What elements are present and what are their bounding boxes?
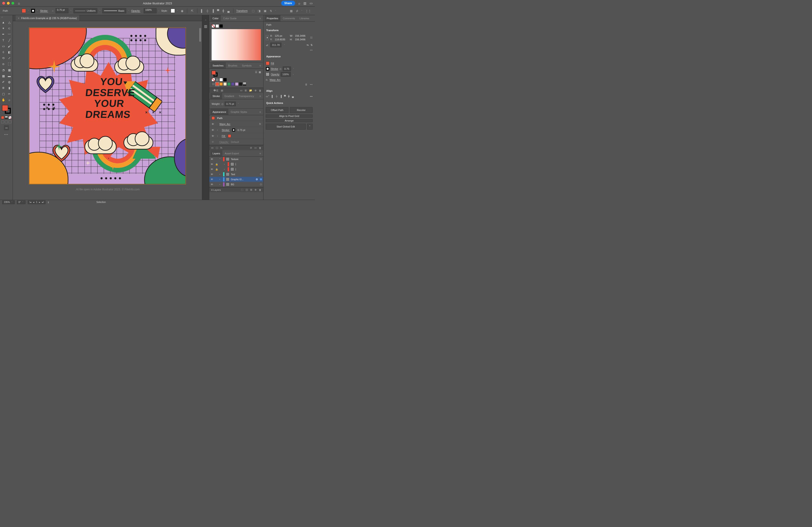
stepper-icon[interactable]: ◇ — [279, 67, 281, 71]
shaper-tool-icon[interactable]: ◊ — [1, 49, 6, 55]
mesh-tool-icon[interactable]: ▩ — [1, 73, 6, 78]
tab-properties[interactable]: Properties — [264, 15, 280, 21]
visibility-icon[interactable]: 👁 — [211, 158, 214, 161]
brush-definition[interactable]: Basic — [102, 8, 126, 13]
opacity-input[interactable]: 100% — [281, 72, 291, 77]
flip-horizontal-icon[interactable]: ⇋ — [307, 44, 309, 47]
align-vcenter-icon[interactable]: ╋ — [221, 9, 225, 13]
tab-comments[interactable]: Comments — [280, 15, 297, 21]
stroke-weight-input[interactable]: 0.75 — [283, 66, 291, 71]
global-edit-options-icon[interactable]: ˅ — [307, 124, 313, 130]
type-tool-icon[interactable]: T — [1, 37, 6, 43]
caret-icon[interactable]: ˅ — [70, 10, 72, 12]
chevron-right-icon[interactable]: › — [217, 129, 219, 131]
document-tab[interactable]: × FileInfo.com Example.ai @ 235 % (RGB/P… — [16, 15, 79, 21]
delete-layer-icon[interactable]: 🗑 — [259, 189, 261, 191]
chevron-icon[interactable]: › — [224, 163, 226, 165]
transform-label[interactable]: Transform — [236, 10, 248, 12]
tab-appearance[interactable]: Appearance — [210, 109, 228, 115]
close-tab-icon[interactable]: × — [18, 17, 19, 19]
draw-inside-icon[interactable] — [9, 120, 12, 123]
snap-options-icon[interactable]: ⊅ — [295, 9, 299, 13]
swatch-options-icon[interactable]: ▤ — [221, 89, 223, 92]
scale-tool-icon[interactable]: ⤢ — [7, 56, 12, 61]
rotate-input[interactable]: 311.78 — [270, 43, 281, 47]
isolate-icon[interactable]: ◨ — [257, 9, 261, 13]
layer-row[interactable]: 👁˅Texture — [209, 156, 263, 162]
y-input[interactable]: 118.8035 — [275, 38, 289, 41]
new-sublayer-icon[interactable]: ⊞ — [250, 188, 252, 191]
color-gradient-icon[interactable] — [5, 116, 8, 119]
offset-path-button[interactable]: Offset Path — [266, 107, 289, 113]
artboard[interactable]: ✕✕✕ ✕✕ YOU DESERVE YOUR DREAMS — [29, 28, 186, 184]
symbol-sprayer-tool-icon[interactable]: ✲ — [1, 85, 6, 90]
new-color-group-icon[interactable]: ▭ — [240, 89, 242, 92]
align-top-icon[interactable]: ▀ — [284, 95, 286, 98]
zoom-window-icon[interactable] — [12, 2, 14, 4]
opacity-swatch[interactable] — [266, 73, 270, 76]
recolor-artwork-icon[interactable]: ◉ — [180, 9, 184, 13]
fill-color-icon[interactable] — [2, 105, 8, 111]
lasso-tool-icon[interactable]: ⊂ — [7, 26, 12, 31]
caret-icon[interactable]: ˅ — [37, 10, 39, 12]
flip-vertical-icon[interactable]: ⇅ — [310, 44, 313, 47]
tab-color-guide[interactable]: Color Guide — [221, 15, 239, 21]
pixel-snap-icon[interactable]: ▦ — [289, 9, 293, 13]
fill-swatch[interactable] — [22, 9, 26, 13]
preferences-icon[interactable]: ⋮⋮ — [304, 9, 312, 13]
tab-transparency[interactable]: Transparency — [236, 93, 256, 99]
layer-row[interactable]: 👁›Graphic El... — [209, 177, 263, 182]
panel-menu-icon[interactable]: ≡ — [258, 17, 262, 20]
color-none-icon[interactable] — [9, 116, 12, 119]
visibility-icon[interactable]: 👁 — [211, 183, 214, 186]
draw-normal-icon[interactable] — [1, 120, 4, 123]
arrange-documents-icon[interactable]: ▥ — [303, 1, 306, 5]
panel-menu-icon[interactable]: ≡ — [258, 64, 262, 67]
arrange-button[interactable]: Arrange — [266, 119, 313, 122]
home-icon[interactable]: ⌂ — [18, 1, 20, 5]
w-input[interactable]: 156.3496 — [295, 34, 309, 37]
color-solid-icon[interactable] — [1, 116, 4, 119]
stepper-icon[interactable]: ◇ — [221, 103, 223, 105]
delete-swatch-icon[interactable]: 🗑 — [259, 89, 261, 92]
selection-tool-icon[interactable]: ▲ — [1, 20, 6, 25]
target-icon[interactable] — [260, 183, 262, 185]
align-top-icon[interactable]: ▀ — [216, 9, 220, 13]
panel-menu-icon[interactable]: ≡ — [258, 152, 262, 155]
share-button[interactable]: Share — [281, 1, 295, 6]
chevron-icon[interactable]: › — [219, 173, 222, 176]
align-hcenter-icon[interactable]: ┼ — [205, 9, 209, 13]
panel-menu-icon[interactable]: ≡ — [258, 95, 262, 97]
caret-icon[interactable]: ˅ — [176, 10, 178, 12]
caret-icon[interactable]: ˅ — [128, 10, 130, 12]
window-controls[interactable] — [2, 2, 14, 4]
tab-gradient[interactable]: Gradient — [222, 93, 236, 99]
variable-width-profile[interactable]: Uniform — [73, 8, 97, 13]
edit-toolbar-icon[interactable]: ••• — [4, 133, 9, 136]
chevron-icon[interactable]: › — [219, 178, 222, 180]
caret-icon[interactable]: ˅ — [27, 10, 30, 12]
width-tool-icon[interactable]: ≎ — [1, 61, 6, 66]
caret-icon[interactable]: ˅ — [301, 10, 303, 12]
gradient-tool-icon[interactable]: ▬ — [7, 73, 12, 78]
artboard-nav[interactable]: I◂◂1▸▸I — [28, 200, 45, 204]
stepper-icon[interactable]: ◇ — [52, 10, 54, 12]
chevron-icon[interactable]: ˅ — [219, 158, 222, 160]
caret-icon[interactable]: ˅ — [237, 103, 240, 105]
caret-icon[interactable]: › — [158, 10, 160, 12]
tab-asset-export[interactable]: Asset Export — [222, 150, 241, 156]
align-right-icon[interactable]: ▐ — [280, 95, 282, 98]
visibility-icon[interactable]: 👁 — [212, 123, 215, 125]
add-swatch-icon[interactable]: ⊕ — [255, 89, 257, 92]
panel-collapse-icon[interactable]: ‹‹ — [0, 16, 3, 18]
delete-effect-icon[interactable]: 🗑 — [305, 83, 307, 86]
magic-wand-tool-icon[interactable]: ✶ — [1, 26, 6, 31]
align-vcenter-icon[interactable]: ╋ — [288, 95, 290, 98]
visibility-icon[interactable]: 👁 — [211, 168, 214, 171]
artboard-tool-icon[interactable]: ▢ — [1, 91, 6, 96]
stroke-weight-input[interactable]: 0.75 pt — [56, 8, 68, 13]
lock-icon[interactable]: 🔒 — [215, 168, 218, 171]
graphic-style-swatch[interactable] — [171, 9, 175, 13]
visibility-icon[interactable]: 👁 — [212, 135, 215, 137]
line-tool-icon[interactable]: ╱ — [7, 37, 12, 43]
